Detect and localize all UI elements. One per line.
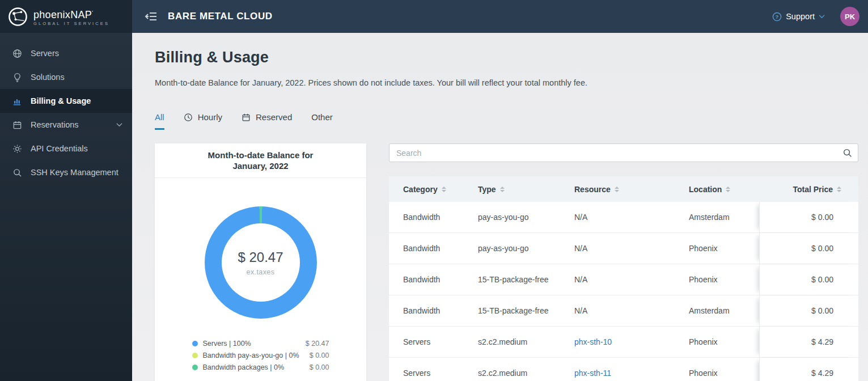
sidebar-item-billing-usage[interactable]: Billing & Usage: [0, 89, 132, 113]
balance-amount: $ 20.47: [238, 249, 283, 265]
total-price-cell: $ 4.29: [759, 327, 858, 357]
sort-icon[interactable]: [442, 187, 446, 192]
sidebar-item-api-credentials[interactable]: API Credentials: [0, 137, 132, 160]
legend-item-bandwidth-packages: Bandwidth packages | 0% $ 0.00: [192, 363, 329, 371]
sidebar-item-label: API Credentials: [31, 144, 88, 153]
app-title: BARE METAL CLOUD: [168, 11, 273, 22]
sort-icon[interactable]: [837, 187, 841, 192]
sort-icon[interactable]: [615, 187, 619, 192]
brand-name: phoenixNAP’: [33, 7, 109, 20]
resource-link[interactable]: phx-sth-10: [574, 337, 612, 346]
balance-card: Month-to-date Balance for January, 2022 …: [155, 143, 366, 381]
table-row: Bandwidth pay-as-you-go N/A Amsterdam $ …: [389, 202, 858, 233]
billing-table: Category Type Resource Location: [389, 176, 858, 381]
page-subtitle: Month-to-date Balance for January, 2022.…: [155, 78, 858, 87]
legend-dot: [192, 341, 198, 346]
bar-chart-icon: [12, 96, 22, 106]
column-header-location[interactable]: Location: [675, 176, 759, 202]
lightbulb-icon: [12, 73, 22, 82]
main-content: Billing & Usage Month-to-date Balance fo…: [132, 33, 868, 381]
column-header-resource[interactable]: Resource: [560, 176, 675, 202]
sidebar-item-label: Solutions: [31, 73, 65, 82]
brand-logo[interactable]: phoenixNAP’ GLOBAL IT SERVICES: [0, 0, 132, 33]
billing-table-panel: Category Type Resource Location: [389, 143, 858, 381]
sidebar-item-servers[interactable]: Servers: [0, 41, 132, 65]
support-label: Support: [786, 12, 815, 21]
resource-link[interactable]: phx-sth-11: [574, 369, 611, 378]
column-header-category[interactable]: Category: [389, 176, 464, 202]
legend-dot: [192, 353, 198, 358]
table-row: Bandwidth pay-as-you-go N/A Phoenix $ 0.…: [389, 233, 858, 264]
sort-icon[interactable]: [500, 187, 505, 192]
balance-card-title: Month-to-date Balance for January, 2022: [155, 143, 366, 178]
sidebar-item-label: Servers: [31, 49, 59, 58]
total-price-cell: $ 0.00: [759, 202, 858, 232]
tab-bar: All Hourly Reserved Ot: [155, 112, 858, 130]
avatar[interactable]: PK: [840, 7, 859, 26]
gear-icon: [12, 144, 22, 154]
legend-dot: [192, 365, 198, 370]
sort-icon[interactable]: [726, 187, 730, 192]
legend-item-servers: Servers | 100% $ 20.47: [192, 340, 329, 348]
tab-other[interactable]: Other: [311, 112, 333, 130]
sidebar-item-ssh-keys[interactable]: SSH Keys Management: [0, 160, 132, 184]
chart-legend: Servers | 100% $ 20.47 Bandwidth pay-as-…: [192, 340, 329, 375]
chevron-down-icon: [819, 14, 825, 19]
total-price-cell: $ 0.00: [759, 295, 858, 326]
table-row: Servers s2.c2.medium phx-sth-10 Phoenix …: [389, 327, 858, 358]
sidebar-item-reservations[interactable]: Reservations: [0, 113, 132, 137]
magnifier-icon: [12, 168, 22, 177]
globe-icon: [7, 6, 28, 27]
sidebar-collapse-icon[interactable]: [145, 12, 157, 21]
table-row: Bandwidth 15-TB-package-free N/A Amsterd…: [389, 295, 858, 327]
table-row: Bandwidth 15-TB-package-free N/A Phoenix…: [389, 264, 858, 295]
legend-item-bandwidth-payg: Bandwidth pay-as-you-go | 0% $ 0.00: [192, 352, 329, 359]
tab-reserved[interactable]: Reserved: [242, 112, 292, 130]
page-title: Billing & Usage: [155, 49, 858, 66]
clock-icon: [184, 113, 193, 122]
tab-hourly[interactable]: Hourly: [184, 112, 222, 130]
help-circle-icon: ?: [772, 12, 782, 22]
column-header-type[interactable]: Type: [464, 176, 560, 202]
column-header-total-price[interactable]: Total Price: [759, 176, 858, 202]
sidebar-item-label: SSH Keys Management: [31, 168, 118, 177]
search-input[interactable]: [389, 143, 858, 162]
total-price-cell: $ 4.29: [759, 358, 858, 381]
search-icon[interactable]: [842, 148, 852, 158]
servers-icon: [12, 49, 22, 58]
chevron-down-icon: [116, 122, 122, 127]
calendar-icon: [242, 113, 251, 122]
table-header-row: Category Type Resource Location: [389, 176, 858, 202]
calendar-icon: [12, 120, 22, 130]
total-price-cell: $ 0.00: [759, 264, 858, 295]
sidebar: Servers Solutions Billing & Usage: [0, 33, 132, 381]
sidebar-item-label: Reservations: [31, 120, 79, 129]
topbar: phoenixNAP’ GLOBAL IT SERVICES BARE META…: [0, 0, 868, 33]
svg-text:?: ?: [776, 13, 779, 19]
balance-caption: ex.taxes: [247, 268, 275, 276]
brand-tagline: GLOBAL IT SERVICES: [33, 21, 109, 26]
support-menu[interactable]: ? Support: [772, 12, 825, 22]
donut-chart: $ 20.47 ex.taxes: [205, 206, 317, 319]
total-price-cell: $ 0.00: [759, 233, 858, 264]
table-row: Servers s2.c2.medium phx-sth-11 Phoenix …: [389, 358, 858, 381]
sidebar-item-solutions[interactable]: Solutions: [0, 65, 132, 89]
sidebar-item-label: Billing & Usage: [31, 96, 91, 105]
tab-all[interactable]: All: [155, 112, 164, 130]
